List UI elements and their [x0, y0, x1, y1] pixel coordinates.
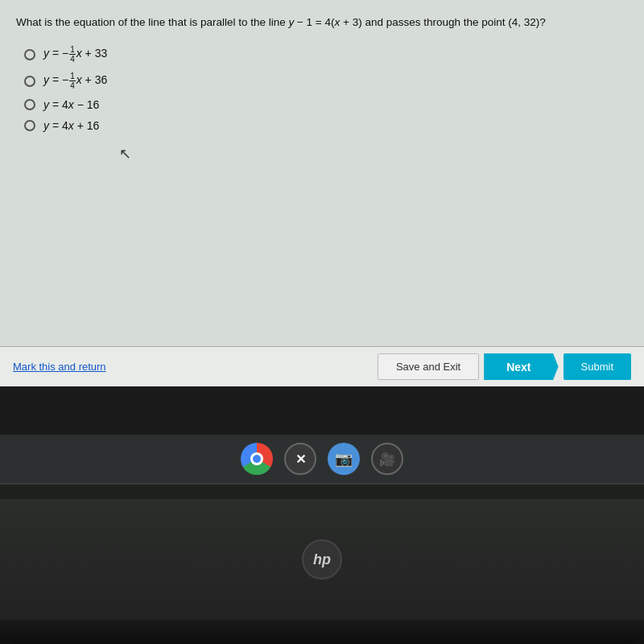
laptop-deck: hp: [0, 499, 644, 620]
bottom-bar: Mark this and return Save and Exit Next …: [0, 346, 644, 386]
list-item[interactable]: y = 4x + 16: [24, 119, 628, 132]
submit-button[interactable]: Submit: [564, 353, 631, 380]
laptop-hinge: [0, 483, 644, 499]
camera-icon[interactable]: 📷: [328, 443, 360, 475]
chrome-icon[interactable]: [241, 443, 273, 475]
laptop-front: [0, 620, 644, 644]
save-exit-button[interactable]: Save and Exit: [378, 353, 479, 380]
question-text: What is the equation of the line that is…: [16, 14, 628, 31]
radio-option-d[interactable]: [24, 120, 35, 131]
radio-option-a[interactable]: [24, 49, 35, 60]
hp-logo: hp: [302, 539, 342, 580]
list-item[interactable]: y = −14x + 36: [24, 72, 628, 90]
choice-label-a: y = −14x + 33: [43, 45, 107, 64]
quiz-content: What is the equation of the line that is…: [0, 0, 644, 346]
taskbar: ✕ 📷 🎥: [0, 435, 644, 483]
next-button[interactable]: Next: [484, 353, 558, 380]
list-item[interactable]: y = 4x − 16: [24, 98, 628, 111]
choice-label-b: y = −14x + 36: [43, 72, 107, 90]
list-item[interactable]: y = −14x + 33: [24, 45, 628, 64]
choice-label-d: y = 4x + 16: [43, 119, 99, 132]
choice-label-c: y = 4x − 16: [43, 98, 99, 111]
cursor-arrow: ↖: [119, 145, 131, 163]
mark-return-link[interactable]: Mark this and return: [13, 361, 378, 373]
button-group: Save and Exit Next Submit: [378, 353, 631, 380]
answer-choices: y = −14x + 33 y = −14x + 36 y = 4x − 16 …: [24, 45, 628, 132]
video-icon[interactable]: 🎥: [371, 443, 403, 475]
radio-option-b[interactable]: [24, 76, 35, 87]
laptop-body: hp: [0, 483, 644, 644]
laptop-screen: What is the equation of the line that is…: [0, 0, 644, 386]
radio-option-c[interactable]: [24, 99, 35, 110]
x-icon[interactable]: ✕: [284, 443, 316, 475]
